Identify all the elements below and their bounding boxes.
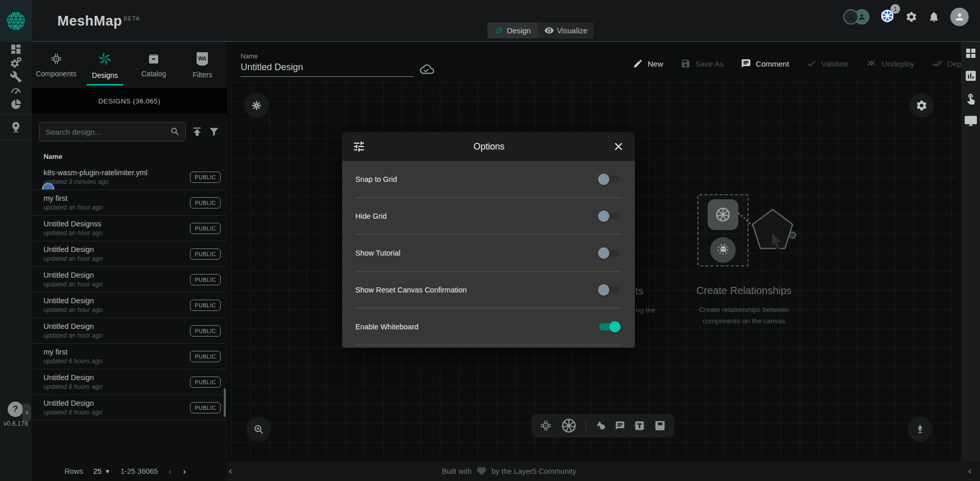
design-list-item[interactable]: Untitled Designupdated an hour agoPUBLIC (32, 292, 227, 318)
settings-gear-button[interactable] (905, 11, 918, 23)
option-row: Snap to Grid (355, 161, 622, 198)
filters-wasm-icon: WA (196, 52, 209, 66)
rail-configuration-button[interactable] (0, 70, 32, 83)
option-label: Show Tutorial (355, 249, 400, 257)
collaborator-avatars (843, 9, 869, 25)
notifications-bell-button[interactable] (928, 11, 940, 23)
layer5-logo[interactable] (0, 0, 32, 42)
design-list-item[interactable]: Untitled Designupdated 8 hours agoPUBLIC (32, 395, 227, 421)
design-list-item[interactable]: Untitled Designupdated an hour agoPUBLIC (32, 241, 227, 267)
right-dock-display-button[interactable] (964, 114, 977, 128)
mode-tab-label: Visualize (557, 26, 588, 35)
option-label: Enable Whiteboard (355, 323, 418, 331)
design-list-item[interactable]: my firstupdated 6 hours agoPUBLIC (32, 344, 227, 369)
dock-text-tool-button[interactable] (633, 420, 646, 432)
kubernetes-wheel-icon (714, 206, 732, 223)
design-list-item[interactable]: Untitled Designupdated 8 hours agoPUBLIC (32, 369, 227, 395)
squid-mascot-icon (716, 243, 730, 257)
new-button[interactable]: New (633, 58, 663, 69)
footer-bar: Built with by the Layer5 Community (227, 461, 980, 481)
mode-tab-visualize[interactable]: Visualize (538, 23, 594, 38)
dock-media-button[interactable] (654, 420, 666, 432)
dock-comment-button[interactable] (615, 421, 625, 431)
collaborator-avatar[interactable] (843, 9, 859, 25)
user-avatar-button[interactable] (950, 8, 969, 26)
design-item-main: Untitled Designssupdated an hour ago (44, 220, 190, 237)
search-input[interactable] (45, 127, 166, 137)
search-box (39, 122, 186, 141)
double-check-icon (932, 58, 943, 69)
zoom-button[interactable] (246, 417, 271, 442)
help-button[interactable]: ? (8, 402, 23, 417)
design-list-item[interactable]: k8s-wasm-plugin-ratelimiter.ymlupdated 3… (32, 164, 227, 190)
rail-dashboard-button[interactable] (0, 42, 32, 56)
prev-page-button[interactable]: ‹ (168, 466, 172, 476)
visibility-badge: PUBLIC (190, 197, 221, 208)
rail-divider (0, 139, 32, 140)
footer-prefix: Built with (442, 467, 472, 475)
tab-label: Catalog (141, 70, 166, 78)
design-list-item[interactable]: Untitled Designssupdated an hour agoPUBL… (32, 216, 227, 241)
panel-scrollbar[interactable] (224, 388, 226, 417)
canvas-settings-button[interactable] (909, 93, 934, 118)
design-item-main: Untitled Designupdated 8 hours ago (44, 373, 190, 390)
search-row (32, 121, 227, 142)
tab-components[interactable]: Components (32, 42, 80, 88)
save-as-button[interactable]: Save As (680, 58, 723, 69)
dock-shapes-button[interactable] (594, 420, 607, 432)
close-icon[interactable] (612, 140, 625, 153)
rail-meshmap-button[interactable] (0, 118, 32, 136)
kubernetes-context-button[interactable]: 1 (880, 8, 895, 26)
tab-filters[interactable]: WAFilters (178, 42, 227, 88)
undeploy-button[interactable]: Undeploy (866, 58, 914, 69)
toolbar-button-label: Comment (756, 59, 789, 68)
footer-collapse-right-button[interactable]: ‹ (968, 466, 971, 475)
components-icon (540, 420, 552, 432)
design-list-item[interactable]: my firstupdated an hour agoPUBLIC (32, 190, 227, 216)
tutorial-mascot-node (710, 237, 736, 263)
show-tutorial-toggle[interactable] (597, 247, 622, 259)
filter-button[interactable] (208, 126, 220, 137)
right-dock-charts-button[interactable] (964, 69, 977, 82)
design-updated: updated an hour ago (44, 332, 190, 339)
design-updated: updated 6 hours ago (44, 358, 190, 365)
show-reset-canvas-confirmation-toggle[interactable] (597, 284, 622, 296)
option-row: Show Tutorial (355, 235, 622, 271)
rail-extensions-button[interactable] (0, 97, 32, 111)
tab-catalog[interactable]: Catalog (130, 42, 178, 88)
right-dock-grid-view-button[interactable] (965, 47, 977, 59)
tab-designs[interactable]: Designs (80, 42, 129, 88)
hide-grid-toggle[interactable] (597, 211, 622, 222)
option-label: Snap to Grid (355, 175, 397, 183)
comment-button[interactable]: Comment (741, 58, 789, 69)
configuration-tools-icon (10, 71, 22, 83)
kubernetes-icon (560, 417, 578, 434)
design-name-input[interactable] (241, 60, 414, 77)
panel-collapse-button[interactable]: › (23, 404, 31, 421)
design-list-item[interactable]: Untitled Designupdated an hour agoPUBLIC (32, 318, 227, 344)
rail-lifecycle-button[interactable] (0, 56, 32, 70)
dock-kubernetes-button[interactable] (560, 417, 578, 434)
next-page-button[interactable]: › (183, 466, 186, 476)
design-list-item[interactable]: Untitled Designupdated an hour agoPUBLIC (32, 267, 227, 292)
canvas-toolbar: NewSave AsCommentValidateUndeployDeploy (633, 58, 971, 69)
pen-tool-button[interactable] (908, 417, 932, 442)
canvas-actions-button[interactable] (244, 93, 269, 118)
rail-performance-button[interactable] (0, 83, 32, 97)
extensions-icon (10, 98, 22, 111)
upload-design-button[interactable] (191, 126, 203, 138)
dock-components-button[interactable] (540, 420, 552, 432)
mode-tab-design[interactable]: Design (487, 23, 538, 38)
mode-tab-label: Design (507, 26, 531, 35)
mesh-logo-icon (5, 10, 27, 32)
validate-button[interactable]: Validate (806, 58, 848, 69)
right-dock-touch-mode-button[interactable] (965, 92, 977, 104)
design-item-main: my firstupdated 6 hours ago (44, 348, 190, 365)
design-item-main: Untitled Designupdated an hour ago (44, 297, 190, 313)
design-name: Untitled Design (44, 271, 190, 279)
toolbar-button-label: Save As (695, 59, 723, 68)
snap-to-grid-toggle[interactable] (597, 174, 622, 185)
footer-collapse-left-button[interactable]: ‹ (229, 466, 232, 475)
enable-whiteboard-toggle[interactable] (597, 321, 622, 332)
page-size-select[interactable]: 25 ▼ (93, 467, 110, 475)
